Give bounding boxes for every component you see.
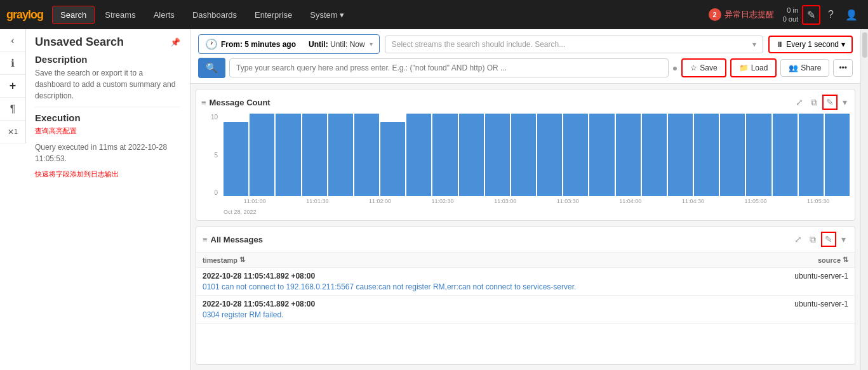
table-row: 2022-10-28 11:05:41.892 +08:00ubuntu-ser… — [196, 268, 855, 296]
sort-timestamp-icon[interactable]: ⇅ — [239, 256, 245, 264]
create-backup-button[interactable]: ✎ — [802, 5, 820, 25]
search-help-icon[interactable]: ● — [672, 63, 678, 73]
help-button[interactable]: ? — [824, 6, 838, 23]
nav-search[interactable]: Search — [52, 6, 95, 24]
y-label-10: 10 — [211, 114, 218, 121]
chart-bar-3 — [302, 114, 327, 196]
user-button[interactable]: 👤 — [841, 6, 862, 23]
sort-source-icon[interactable]: ⇅ — [843, 256, 848, 264]
x-label-3: 11:02:30 — [411, 198, 474, 204]
search-icon: 🔍 — [206, 62, 218, 73]
nav-alert-badge[interactable]: 2 异常日志提醒 — [709, 8, 774, 21]
x-label-1: 11:01:30 — [286, 198, 349, 204]
message-content-1[interactable]: 0304 register RM failed. — [203, 310, 848, 319]
x-label-7: 11:04:30 — [662, 198, 724, 204]
nav-enterprise[interactable]: Enterprise — [247, 6, 300, 23]
sidebar-content: Unsaved Search 📌 Description Save the se… — [35, 36, 180, 179]
chart-fullscreen-btn[interactable]: ⧉ — [808, 95, 820, 110]
execution-label: 查询高亮配置 — [35, 126, 180, 136]
chart-bar-10 — [485, 114, 510, 196]
refresh-rate-button[interactable]: ⏸ Every 1 second ▾ — [768, 36, 853, 53]
chart-container: 10 5 0 11:01:0011:01:3011:02:0011:02:301… — [201, 114, 850, 215]
folder-icon: 📁 — [739, 63, 749, 72]
chart-bar-6 — [380, 122, 405, 196]
sidebar-info-btn[interactable]: ℹ — [0, 52, 25, 75]
scroll-thumb[interactable] — [862, 32, 867, 58]
chart-bar-7 — [406, 114, 431, 196]
message-meta-1: 2022-10-28 11:05:41.892 +08:00ubuntu-ser… — [203, 300, 848, 308]
x-label-9: 11:05:30 — [787, 198, 850, 204]
sidebar-pin-icon: 📌 — [170, 37, 180, 47]
x-label-2: 11:02:00 — [349, 198, 411, 204]
nav-system[interactable]: System — [302, 6, 352, 23]
message-content-0[interactable]: 0101 can not connect to 192.168.0.211:55… — [203, 282, 848, 291]
messages-header: All Messages ⤢ ⧉ ✎ ▾ — [196, 227, 855, 253]
chart-header: Message Count ⤢ ⧉ ✎ ▾ — [201, 95, 850, 110]
messages-title: All Messages — [203, 235, 263, 244]
messages-list: 2022-10-28 11:05:41.892 +08:00ubuntu-ser… — [196, 268, 855, 364]
sidebar-filter-btn[interactable]: ✕1 — [0, 121, 25, 143]
sidebar-header: Unsaved Search 📌 — [35, 36, 180, 49]
pin-icon[interactable]: 📌 — [170, 37, 180, 47]
quick-add-label: 快速将字段添加到日志输出 — [35, 169, 180, 179]
x-label-8: 11:05:00 — [724, 198, 787, 204]
nav-alerts[interactable]: Alerts — [146, 6, 182, 23]
nav-dashboards[interactable]: Dashboards — [185, 6, 244, 23]
messages-fullscreen-btn[interactable]: ⧉ — [807, 232, 818, 247]
chart-bar-22 — [799, 114, 824, 196]
nav-streams[interactable]: Streams — [97, 6, 143, 23]
description-text: Save the search or export it to a dashbo… — [35, 67, 180, 102]
alert-count: 2 — [709, 8, 721, 21]
chart-bar-14 — [589, 114, 614, 196]
chart-date-label: Oct 28, 2022 — [224, 209, 257, 215]
pause-icon: ⏸ — [776, 40, 784, 49]
messages-expand-btn[interactable]: ⤢ — [792, 232, 805, 247]
load-label: Load — [751, 63, 768, 72]
top-navigation: graylog Search Streams Alerts Dashboards… — [0, 0, 868, 29]
load-query-button[interactable]: 📁 Load — [730, 58, 777, 77]
col-source-header: source ⇅ — [361, 256, 848, 264]
main-layout: ‹ ℹ + ¶ ✕1 Unsaved Search 📌 Description … — [0, 29, 868, 370]
x-label-6: 11:04:00 — [599, 198, 662, 204]
sidebar-add-btn[interactable]: + — [0, 75, 25, 98]
message-source-1: ubuntu-server-1 — [794, 300, 848, 308]
scrollbar[interactable] — [860, 29, 868, 370]
streams-placeholder: Select streams the search should include… — [392, 40, 565, 49]
nav-right-actions: 0 in 0 out ✎ ? 👤 — [783, 5, 862, 25]
sidebar-collapse-btn[interactable]: ‹ — [0, 29, 25, 52]
col-timestamp-header: timestamp ⇅ — [203, 256, 361, 264]
chart-edit-btn[interactable]: ✎ — [822, 95, 838, 110]
share-label: Share — [801, 63, 821, 72]
chart-bar-2 — [276, 114, 300, 196]
alert-text: 异常日志提醒 — [724, 9, 774, 20]
clock-icon: 🕐 — [205, 38, 218, 50]
streams-selector[interactable]: Select streams the search should include… — [385, 36, 764, 53]
message-timestamp-0: 2022-10-28 11:05:41.892 +08:00 — [203, 272, 315, 281]
chart-bar-11 — [511, 114, 536, 196]
chart-x-axis: 11:01:0011:01:3011:02:0011:02:3011:03:00… — [224, 196, 850, 215]
messages-edit-btn[interactable]: ✎ — [821, 232, 836, 247]
logo: graylog — [6, 8, 43, 22]
message-source-0: ubuntu-server-1 — [794, 272, 848, 281]
chart-y-axis: 10 5 0 — [201, 114, 220, 196]
chart-bar-0 — [224, 122, 248, 196]
message-meta-0: 2022-10-28 11:05:41.892 +08:00ubuntu-ser… — [203, 272, 848, 281]
more-options-button[interactable]: ••• — [833, 59, 853, 77]
time-range-picker[interactable]: 🕐 From: 5 minutes ago Until: Until: Now … — [198, 34, 380, 54]
save-query-button[interactable]: ☆ Save — [681, 58, 726, 77]
search-query-input[interactable] — [229, 58, 669, 77]
chart-expand-btn[interactable]: ⤢ — [793, 95, 806, 110]
messages-more-btn[interactable]: ▾ — [839, 232, 848, 247]
sidebar: ‹ ℹ + ¶ ✕1 Unsaved Search 📌 Description … — [0, 29, 190, 370]
chart-bar-19 — [720, 114, 745, 196]
chart-bar-12 — [537, 114, 562, 196]
share-query-button[interactable]: 👥 Share — [780, 59, 829, 77]
chart-more-btn[interactable]: ▾ — [840, 95, 850, 110]
sidebar-title: Unsaved Search — [35, 36, 124, 49]
chart-bar-1 — [250, 114, 274, 196]
search-execute-button[interactable]: 🔍 — [198, 58, 225, 78]
nav-counts: 0 in 0 out — [783, 6, 798, 24]
y-label-5: 5 — [214, 152, 218, 159]
star-icon: ☆ — [690, 63, 697, 72]
sidebar-paragraph-btn[interactable]: ¶ — [0, 98, 25, 121]
